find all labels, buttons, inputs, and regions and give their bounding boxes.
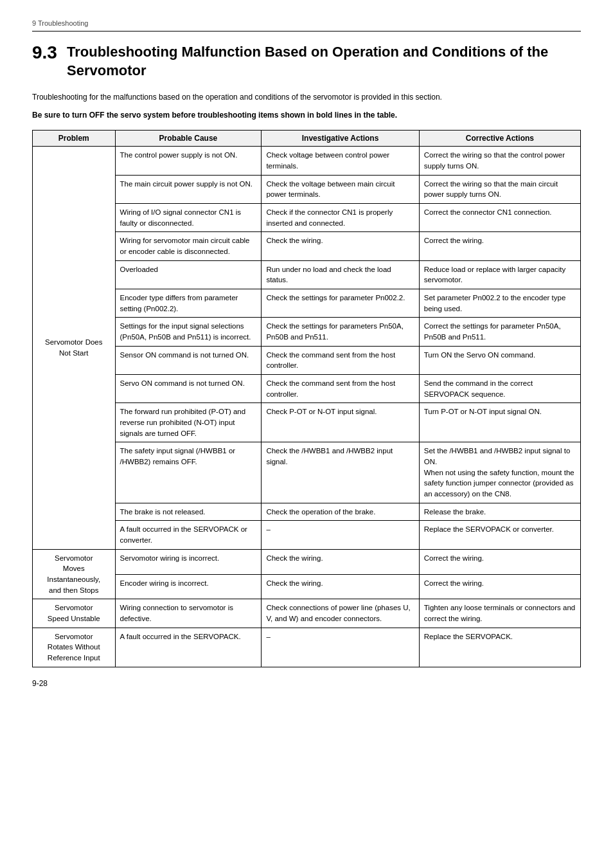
- table-row: The safety input signal (/HWBB1 or /HWBB…: [33, 442, 581, 503]
- table-row: Servomotor Rotates Without Reference Inp…: [33, 628, 581, 667]
- correct-cell: Correct the wiring.: [419, 549, 580, 574]
- correct-cell: Turn ON the Servo ON command.: [419, 346, 580, 374]
- table-row: Wiring for servomotor main circuit cable…: [33, 232, 581, 260]
- cause-cell: Wiring connection to servomotor is defec…: [115, 599, 262, 628]
- table-row: Sensor ON command is not turned ON.Check…: [33, 346, 581, 374]
- cause-cell: The safety input signal (/HWBB1 or /HWBB…: [115, 442, 262, 503]
- cause-cell: Sensor ON command is not turned ON.: [115, 346, 262, 374]
- correct-cell: Tighten any loose terminals or connector…: [419, 599, 580, 628]
- investigate-cell: Check the voltage between main circuit p…: [262, 175, 419, 203]
- correct-cell: Correct the settings for parameter Pn50A…: [419, 318, 580, 346]
- page-footer: 9-28: [32, 679, 581, 688]
- header-investigate: Investigative Actions: [262, 131, 419, 147]
- cause-cell: The forward run prohibited (P-OT) and re…: [115, 403, 262, 442]
- page-header: 9 Troubleshooting: [32, 19, 581, 32]
- table-row: OverloadedRun under no load and check th…: [33, 260, 581, 289]
- cause-cell: A fault occurred in the SERVOPACK or con…: [115, 521, 262, 549]
- investigate-cell: Check connections of power line (phases …: [262, 599, 419, 628]
- correct-cell: Correct the wiring.: [419, 232, 580, 260]
- table-row: Servo ON command is not turned ON.Check …: [33, 374, 581, 402]
- cause-cell: Settings for the input signal selections…: [115, 318, 262, 346]
- investigate-cell: –: [262, 628, 419, 667]
- problem-cell: Servomotor Moves Instantaneously, and th…: [33, 549, 116, 599]
- investigate-cell: Check the /HWBB1 and /HWBB2 input signal…: [262, 442, 419, 503]
- problem-cell: Servomotor Does Not Start: [33, 147, 116, 549]
- correct-cell: Set the /HWBB1 and /HWBB2 input signal t…: [419, 442, 580, 503]
- header-correct: Corrective Actions: [419, 131, 580, 147]
- investigate-cell: Check the settings for parameters Pn50A,…: [262, 318, 419, 346]
- correct-cell: Correct the wiring so that the control p…: [419, 147, 580, 175]
- section-title: Troubleshooting Malfunction Based on Ope…: [67, 43, 581, 80]
- investigate-cell: Check voltage between control power term…: [262, 147, 419, 175]
- table-row: The brake is not released.Check the oper…: [33, 503, 581, 521]
- investigate-cell: Check P-OT or N-OT input signal.: [262, 403, 419, 442]
- cause-cell: The control power supply is not ON.: [115, 147, 262, 175]
- cause-cell: The main circuit power supply is not ON.: [115, 175, 262, 203]
- correct-cell: Replace the SERVOPACK or converter.: [419, 521, 580, 549]
- table-row: Wiring of I/O signal connector CN1 is fa…: [33, 203, 581, 231]
- table-row: Servomotor Does Not StartThe control pow…: [33, 147, 581, 175]
- investigate-cell: –: [262, 521, 419, 549]
- correct-cell: Set parameter Pn002.2 to the encoder typ…: [419, 289, 580, 317]
- investigate-cell: Check the operation of the brake.: [262, 503, 419, 521]
- table-row: Encoder type differs from parameter sett…: [33, 289, 581, 317]
- investigate-cell: Check the wiring.: [262, 232, 419, 260]
- table-row: Settings for the input signal selections…: [33, 318, 581, 346]
- cause-cell: Wiring of I/O signal connector CN1 is fa…: [115, 203, 262, 231]
- correct-cell: Correct the wiring.: [419, 574, 580, 599]
- investigate-cell: Check the command sent from the host con…: [262, 374, 419, 402]
- problem-cell: Servomotor Rotates Without Reference Inp…: [33, 628, 116, 667]
- table-row: Servomotor Speed UnstableWiring connecti…: [33, 599, 581, 628]
- investigate-cell: Check the command sent from the host con…: [262, 346, 419, 374]
- section-number: 9.3: [32, 43, 57, 63]
- cause-cell: Encoder wiring is incorrect.: [115, 574, 262, 599]
- correct-cell: Reduce load or replace with larger capac…: [419, 260, 580, 289]
- correct-cell: Turn P-OT or N-OT input signal ON.: [419, 403, 580, 442]
- correct-cell: Correct the connector CN1 connection.: [419, 203, 580, 231]
- header-problem: Problem: [33, 131, 116, 147]
- investigate-cell: Check if the connector CN1 is properly i…: [262, 203, 419, 231]
- cause-cell: Servomotor wiring is incorrect.: [115, 549, 262, 574]
- cause-cell: The brake is not released.: [115, 503, 262, 521]
- cause-cell: Wiring for servomotor main circuit cable…: [115, 232, 262, 260]
- problem-cell: Servomotor Speed Unstable: [33, 599, 116, 628]
- header-cause: Probable Cause: [115, 131, 262, 147]
- intro-line1: Troubleshooting for the malfunctions bas…: [32, 91, 581, 103]
- cause-cell: Servo ON command is not turned ON.: [115, 374, 262, 402]
- investigate-cell: Check the wiring.: [262, 549, 419, 574]
- correct-cell: Send the command in the correct SERVOPAC…: [419, 374, 580, 402]
- investigate-cell: Check the settings for parameter Pn002.2…: [262, 289, 419, 317]
- table-row: Servomotor Moves Instantaneously, and th…: [33, 549, 581, 574]
- table-row: A fault occurred in the SERVOPACK or con…: [33, 521, 581, 549]
- cause-cell: Encoder type differs from parameter sett…: [115, 289, 262, 317]
- investigate-cell: Check the wiring.: [262, 574, 419, 599]
- table-row: Encoder wiring is incorrect.Check the wi…: [33, 574, 581, 599]
- correct-cell: Replace the SERVOPACK.: [419, 628, 580, 667]
- correct-cell: Release the brake.: [419, 503, 580, 521]
- intro-line2: Be sure to turn OFF the servo system bef…: [32, 109, 581, 121]
- table-row: The main circuit power supply is not ON.…: [33, 175, 581, 203]
- cause-cell: Overloaded: [115, 260, 262, 289]
- investigate-cell: Run under no load and check the load sta…: [262, 260, 419, 289]
- correct-cell: Correct the wiring so that the main circ…: [419, 175, 580, 203]
- cause-cell: A fault occurred in the SERVOPACK.: [115, 628, 262, 667]
- troubleshooting-table: Problem Probable Cause Investigative Act…: [32, 130, 581, 667]
- table-row: The forward run prohibited (P-OT) and re…: [33, 403, 581, 442]
